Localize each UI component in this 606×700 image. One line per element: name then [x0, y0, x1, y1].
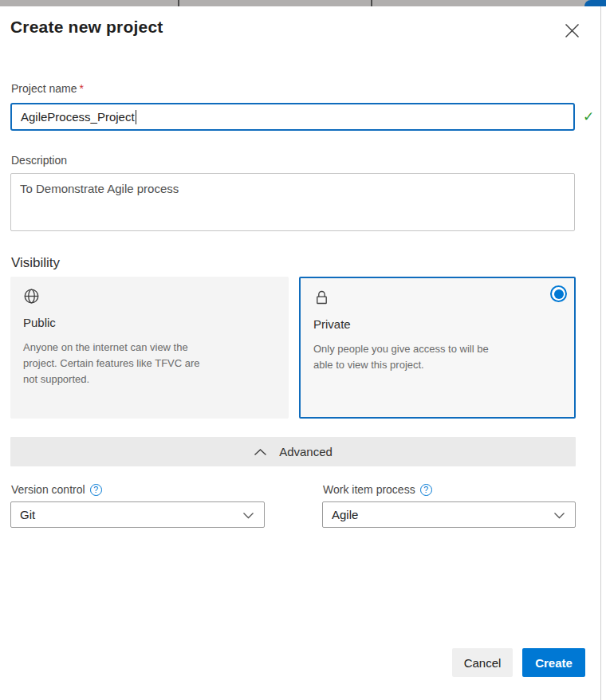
lock-icon — [313, 289, 561, 309]
description-label: Description — [11, 154, 67, 167]
advanced-label: Advanced — [279, 445, 333, 458]
project-name-label: Project name* — [11, 82, 84, 95]
background-tab-divider — [178, 0, 179, 6]
private-radio-selected[interactable] — [550, 285, 567, 302]
project-name-input[interactable]: AgileProcess_Project — [10, 103, 575, 131]
globe-icon — [23, 288, 276, 308]
version-control-label-row: Version control ? — [11, 483, 102, 496]
project-name-value: AgileProcess_Project — [21, 110, 135, 124]
private-option-description: Only people you give access to will be a… — [313, 341, 495, 373]
work-item-process-label: Work item process — [323, 483, 415, 496]
help-icon[interactable]: ? — [420, 484, 432, 496]
visibility-label: Visibility — [11, 255, 60, 271]
description-value: To Demonstrate Agile process — [20, 182, 179, 195]
version-control-value: Git — [20, 508, 35, 521]
help-icon[interactable]: ? — [90, 484, 102, 496]
work-item-process-dropdown[interactable]: Agile — [322, 501, 576, 528]
public-option-description: Anyone on the internet can view the proj… — [23, 340, 205, 387]
valid-check-icon: ✓ — [583, 108, 594, 125]
dialog-title: Create new project — [10, 18, 163, 37]
version-control-dropdown[interactable]: Git — [10, 501, 265, 528]
close-button[interactable] — [561, 21, 583, 43]
public-option-name: Public — [23, 316, 276, 329]
visibility-option-public[interactable]: Public Anyone on the internet can view t… — [10, 277, 289, 419]
chevron-down-icon — [553, 508, 565, 521]
project-name-label-text: Project name — [11, 82, 77, 95]
advanced-toggle[interactable]: Advanced — [10, 437, 576, 466]
background-page-strip — [0, 0, 606, 6]
radio-dot — [554, 289, 564, 299]
version-control-label: Version control — [11, 483, 85, 496]
dialog-right-edge — [600, 6, 601, 700]
chevron-down-icon — [242, 508, 254, 521]
visibility-option-private[interactable]: Private Only people you give access to w… — [299, 277, 576, 419]
create-project-dialog-screen: Create new project Project name* AgilePr… — [0, 0, 606, 700]
close-icon — [565, 23, 580, 41]
background-tab-divider — [371, 0, 372, 6]
text-cursor — [136, 110, 136, 124]
private-option-name: Private — [313, 317, 561, 331]
background-blue-button-corner — [584, 0, 606, 6]
chevron-up-icon — [254, 445, 267, 458]
create-button[interactable]: Create — [522, 648, 585, 677]
work-item-process-value: Agile — [332, 508, 358, 521]
cancel-button[interactable]: Cancel — [452, 648, 513, 677]
required-asterisk: * — [79, 82, 83, 95]
description-textarea[interactable]: To Demonstrate Agile process — [10, 173, 575, 231]
work-item-process-label-row: Work item process ? — [323, 483, 432, 496]
